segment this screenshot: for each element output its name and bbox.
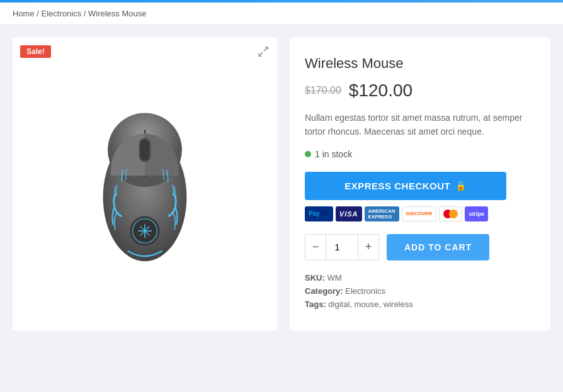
payment-icons: PayPal VISA AMERICANEXPRESS DISCOVER str…: [305, 206, 535, 221]
original-price: $170.00: [305, 85, 341, 96]
product-image-section: Sale!: [13, 38, 277, 330]
category-value-text: Electronics: [345, 286, 385, 296]
quantity-increase-button[interactable]: +: [358, 234, 379, 260]
breadcrumb-sep1: /: [37, 9, 41, 18]
breadcrumb-bar: Home / Electronics / Wireless Mouse: [0, 3, 563, 25]
stock-text: 1 in stock: [315, 149, 352, 159]
stripe-icon: stripe: [465, 206, 488, 221]
sale-badge: Sale!: [20, 45, 51, 58]
product-details-section: Wireless Mouse $170.00 $120.00 Nullam eg…: [290, 38, 550, 330]
quantity-decrease-button[interactable]: −: [305, 234, 326, 260]
product-title: Wireless Mouse: [305, 55, 535, 72]
stock-indicator: [305, 151, 311, 157]
add-to-cart-button[interactable]: ADD TO CART: [387, 234, 489, 260]
stock-status: 1 in stock: [305, 149, 535, 159]
express-checkout-button[interactable]: EXPRESS CHECKOUT 🔒: [305, 172, 506, 200]
paypal-icon: PayPal: [305, 206, 333, 221]
lock-icon: 🔒: [455, 181, 467, 191]
category-row: Category: Electronics: [305, 286, 535, 296]
discover-icon: DISCOVER: [402, 206, 437, 221]
breadcrumb-electronics[interactable]: Electronics: [42, 9, 82, 18]
sku-row: SKU: WM: [305, 273, 535, 283]
tags-label: Tags:: [305, 300, 326, 309]
tags-row: Tags: digital, mouse, wireless: [305, 300, 535, 309]
tags-value-text: digital, mouse, wireless: [328, 300, 412, 309]
category-label: Category:: [305, 286, 343, 296]
amex-icon: AMERICANEXPRESS: [365, 206, 399, 221]
product-image: [76, 89, 214, 278]
mastercard-icon: [439, 206, 462, 221]
sku-value-text: WM: [327, 273, 341, 283]
product-description: Nullam egestas tortor sit amet massa rut…: [305, 111, 535, 139]
main-content: Sale!: [0, 25, 563, 343]
price-row: $170.00 $120.00: [305, 81, 535, 101]
sale-price: $120.00: [349, 81, 412, 101]
breadcrumb-home[interactable]: Home: [13, 9, 35, 18]
expand-icon[interactable]: [257, 45, 270, 61]
visa-icon: VISA: [336, 206, 362, 221]
breadcrumb-product: Wireless Mouse: [88, 9, 146, 18]
cart-row: − + ADD TO CART: [305, 234, 535, 260]
svg-rect-6: [140, 140, 150, 161]
quantity-input[interactable]: [326, 234, 358, 260]
sku-label: SKU:: [305, 273, 325, 283]
express-checkout-label: EXPRESS CHECKOUT: [344, 181, 450, 191]
breadcrumb: Home / Electronics / Wireless Mouse: [13, 9, 550, 18]
breadcrumb-sep2: /: [84, 9, 88, 18]
